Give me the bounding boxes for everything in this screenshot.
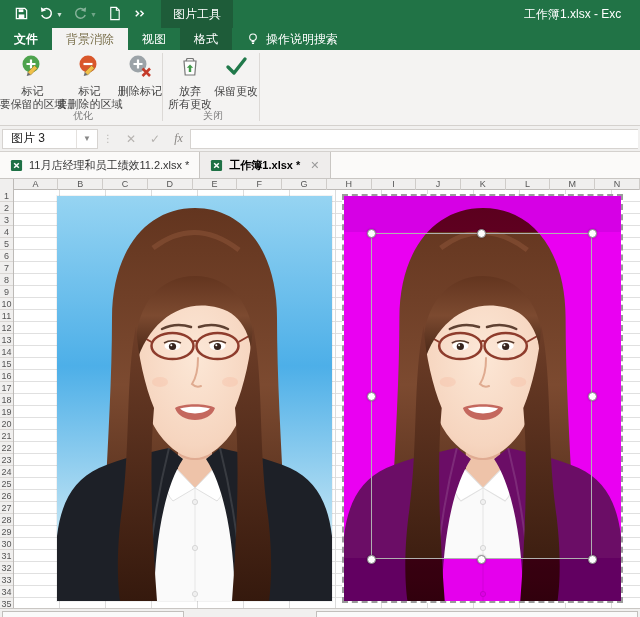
row-header-29[interactable]: 29: [0, 526, 13, 538]
selection-handle-bottom-right[interactable]: [588, 555, 597, 564]
column-header-K[interactable]: K: [461, 179, 506, 190]
row-header-18[interactable]: 18: [0, 394, 13, 406]
column-header-B[interactable]: B: [58, 179, 103, 190]
mark-remove-button[interactable]: 标记要删除的区域: [61, 50, 118, 111]
row-header-21[interactable]: 21: [0, 430, 13, 442]
document-tab[interactable]: 11月店经理和员工绩效11.2.xlsx *: [0, 152, 200, 178]
insert-function-icon[interactable]: fx: [167, 131, 190, 146]
tab-label: 操作说明搜索: [266, 31, 338, 48]
row-header-16[interactable]: 16: [0, 370, 13, 382]
horizontal-scrollbar[interactable]: [316, 611, 638, 617]
row-header-33[interactable]: 33: [0, 574, 13, 586]
row-header-14[interactable]: 14: [0, 346, 13, 358]
dropdown-caret-icon[interactable]: ▼: [90, 11, 97, 18]
discard-changes-icon: [177, 53, 203, 83]
row-header-11[interactable]: 11: [0, 310, 13, 322]
formula-bar-divider: ⋮: [98, 133, 119, 144]
selection-handle-top-right[interactable]: [588, 229, 597, 238]
tab-背景消除[interactable]: 背景消除: [52, 28, 128, 50]
document-tab[interactable]: 工作簿1.xlsx *✕: [200, 152, 330, 178]
original-id-photo[interactable]: [57, 196, 332, 601]
row-header-13[interactable]: 13: [0, 334, 13, 346]
row-header-19[interactable]: 19: [0, 406, 13, 418]
column-header-H[interactable]: H: [327, 179, 372, 190]
row-header-32[interactable]: 32: [0, 562, 13, 574]
selection-handle-middle-left[interactable]: [367, 392, 376, 401]
keep-area-selection-rectangle[interactable]: [371, 233, 592, 559]
row-header-31[interactable]: 31: [0, 550, 13, 562]
row-header-26[interactable]: 26: [0, 490, 13, 502]
row-header-7[interactable]: 7: [0, 262, 13, 274]
row-header-34[interactable]: 34: [0, 586, 13, 598]
row-header-30[interactable]: 30: [0, 538, 13, 550]
row-header-4[interactable]: 4: [0, 226, 13, 238]
more-commands-button[interactable]: [132, 6, 147, 23]
enter-icon[interactable]: ✓: [143, 132, 167, 146]
selection-handle-top-left[interactable]: [367, 229, 376, 238]
more-commands-icon: [132, 6, 147, 23]
row-header-23[interactable]: 23: [0, 454, 13, 466]
column-header-N[interactable]: N: [595, 179, 640, 190]
column-header-E[interactable]: E: [193, 179, 238, 190]
close-icon[interactable]: ✕: [310, 159, 319, 172]
column-header-I[interactable]: I: [372, 179, 417, 190]
tab-视图[interactable]: 视图: [128, 28, 180, 50]
tab-操作说明搜索[interactable]: 操作说明搜索: [232, 28, 352, 50]
selection-handle-middle-right[interactable]: [588, 392, 597, 401]
row-header-10[interactable]: 10: [0, 298, 13, 310]
column-header-G[interactable]: G: [282, 179, 327, 190]
tab-文件[interactable]: 文件: [0, 28, 52, 50]
column-header-J[interactable]: J: [416, 179, 461, 190]
selection-handle-top-middle[interactable]: [477, 229, 486, 238]
undo-button[interactable]: ▼: [39, 6, 63, 23]
group-label: 关闭: [167, 109, 259, 123]
mark-keep-icon: [20, 53, 46, 83]
row-header-24[interactable]: 24: [0, 466, 13, 478]
tab-格式[interactable]: 格式: [180, 28, 232, 50]
delete-mark-button[interactable]: 删除标记: [118, 50, 162, 98]
cancel-icon[interactable]: ✕: [119, 132, 143, 146]
redo-button[interactable]: ▼: [73, 6, 97, 23]
new-document-button[interactable]: [107, 6, 122, 23]
tab-label: 背景消除: [66, 31, 114, 48]
row-header-5[interactable]: 5: [0, 238, 13, 250]
column-header-M[interactable]: M: [550, 179, 595, 190]
column-header-C[interactable]: C: [103, 179, 148, 190]
row-header-6[interactable]: 6: [0, 250, 13, 262]
row-header-28[interactable]: 28: [0, 514, 13, 526]
row-header-9[interactable]: 9: [0, 286, 13, 298]
row-header-15[interactable]: 15: [0, 358, 13, 370]
worksheet[interactable]: ABCDEFGHIJKLMN 1234567891011121314151617…: [0, 179, 640, 608]
column-header-L[interactable]: L: [506, 179, 551, 190]
delete-mark-icon: [127, 53, 153, 83]
row-header-27[interactable]: 27: [0, 502, 13, 514]
row-header-25[interactable]: 25: [0, 478, 13, 490]
save-button[interactable]: [14, 6, 29, 23]
row-header-20[interactable]: 20: [0, 418, 13, 430]
document-tab-label: 11月店经理和员工绩效11.2.xlsx *: [29, 158, 189, 173]
sheet-tab-area[interactable]: [2, 611, 184, 617]
background-removal-preview-photo[interactable]: [342, 194, 623, 603]
formula-input[interactable]: [190, 129, 638, 149]
keep-changes-button[interactable]: 保留更改: [213, 50, 259, 98]
discard-changes-button[interactable]: 放弃所有更改: [167, 50, 213, 111]
name-box-dropdown-icon[interactable]: ▼: [76, 130, 97, 148]
row-header-8[interactable]: 8: [0, 274, 13, 286]
mark-keep-button[interactable]: 标记要保留的区域: [4, 50, 61, 111]
row-header-12[interactable]: 12: [0, 322, 13, 334]
select-all-corner[interactable]: [0, 179, 14, 190]
selection-handle-bottom-left[interactable]: [367, 555, 376, 564]
column-header-A[interactable]: A: [14, 179, 59, 190]
selection-handle-bottom-middle[interactable]: [477, 555, 486, 564]
column-header-D[interactable]: D: [148, 179, 193, 190]
column-header-F[interactable]: F: [237, 179, 282, 190]
row-header-35[interactable]: 35: [0, 598, 13, 608]
name-box-value: 图片 3: [11, 130, 45, 147]
row-header-17[interactable]: 17: [0, 382, 13, 394]
row-header-22[interactable]: 22: [0, 442, 13, 454]
row-header-1[interactable]: 1: [0, 190, 13, 202]
row-header-2[interactable]: 2: [0, 202, 13, 214]
row-header-3[interactable]: 3: [0, 214, 13, 226]
name-box[interactable]: 图片 3 ▼: [2, 129, 98, 149]
dropdown-caret-icon[interactable]: ▼: [56, 11, 63, 18]
